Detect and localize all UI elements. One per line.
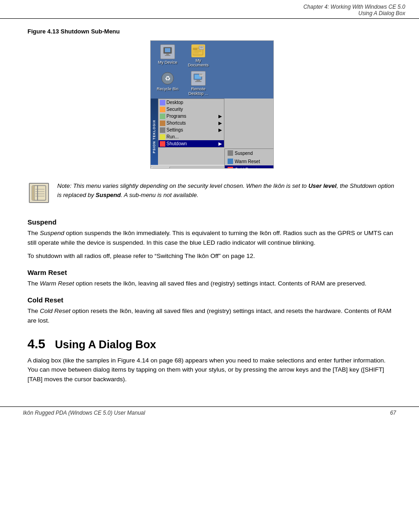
footer-right: 67: [390, 410, 396, 416]
warm-reset-heading: Warm Reset: [27, 269, 396, 276]
cold-reset-heading: Cold Reset: [27, 296, 396, 304]
svg-rect-16: [196, 80, 200, 81]
menu-item-desktop: Desktop: [158, 99, 224, 106]
submenu-warm-reset-label: Warm Reset: [235, 159, 260, 164]
note-box: Note: This menu varies slightly dependin…: [27, 177, 396, 209]
menu-item-shutdown: Shutdown ▶: [158, 140, 224, 147]
shortcuts-arrow: ▶: [218, 121, 222, 126]
my-documents-label: MyDocuments: [188, 58, 209, 67]
menu-item-settings: Settings ▶: [158, 126, 224, 133]
svg-rect-11: [200, 48, 203, 48]
menu-item-security: Security: [158, 106, 224, 113]
book-icon: [29, 183, 49, 203]
remote-svg: [193, 73, 203, 83]
submenu: Suspend Warm Reset Cold Reset: [224, 148, 274, 169]
submenu-item-suspend: Suspend: [225, 149, 274, 157]
note-part3: . A sub-menu is not available.: [121, 192, 199, 198]
svg-rect-8: [194, 53, 199, 53]
figure-caption: Figure 4.13 Shutdown Sub-Menu: [27, 28, 396, 35]
suspend-heading: Suspend: [27, 218, 396, 226]
submenu-item-warm-reset: Warm Reset: [225, 157, 274, 165]
major-section-45: 4.5 Using A Dialog Box: [27, 337, 396, 351]
menu-shutdown-label: Shutdown: [167, 141, 187, 146]
menu-shortcuts-label: Shortcuts: [167, 121, 186, 126]
submenu-item-cold-reset: Cold Reset: [225, 165, 274, 169]
note-part1: Note: This menu varies slightly dependin…: [57, 182, 308, 189]
settings-arrow: ▶: [218, 127, 222, 132]
remote-desktop-icon: RemoteDesktop ...: [186, 71, 211, 96]
screenshot-image: My Device: [150, 40, 274, 169]
svg-rect-6: [194, 50, 201, 50]
svg-rect-7: [194, 51, 201, 52]
menu-security-label: Security: [167, 107, 183, 112]
start-flag-icon: ⊞: [154, 168, 158, 169]
desktop-row2: ♻ Recycle Bin: [151, 69, 273, 98]
warm-reset-body: The Warm Reset option resets the Ikôn, l…: [27, 279, 396, 289]
svg-rect-2: [166, 54, 169, 55]
desktop-area: My Device: [151, 41, 273, 69]
menu-run-label: Run...: [167, 134, 179, 139]
shutdown-arrow: ▶: [218, 141, 222, 146]
svg-rect-22: [32, 186, 34, 200]
submenu-cold-reset-label: Cold Reset: [235, 167, 257, 169]
my-device-label: My Device: [158, 60, 177, 65]
major-section-number: 4.5: [27, 337, 46, 351]
psion-label: PSION TEKLOGIX: [152, 120, 156, 154]
start-label: Start: [158, 168, 168, 169]
screenshot-container: My Device: [27, 40, 396, 169]
svg-rect-10: [200, 47, 203, 47]
header-line2: Using A Dialog Box: [14, 10, 405, 16]
suspend-body1: The Suspend option suspends the Ikôn imm…: [27, 229, 396, 248]
page-header: Chapter 4: Working With Windows CE 5.0 U…: [0, 0, 419, 19]
my-device-icon: My Device: [155, 44, 180, 67]
note-icon-container: [27, 181, 50, 204]
suspend-body2: To shutdown with all radios off, please …: [27, 252, 396, 261]
menu-settings-label: Settings: [167, 127, 183, 132]
recycle-svg: ♻: [161, 72, 174, 85]
svg-rect-1: [165, 48, 170, 52]
submenu-suspend-label: Suspend: [235, 151, 253, 156]
menu-area: PSION TEKLOGIX Desktop Security Programs: [151, 99, 273, 169]
main-menu: Desktop Security Programs ▶ Shortcuts: [158, 99, 224, 148]
menu-item-run: Run...: [158, 133, 224, 140]
header-line1: Chapter 4: Working With Windows CE 5.0: [14, 4, 405, 10]
svg-rect-19: [200, 74, 202, 74]
svg-rect-5: [193, 48, 197, 50]
cold-reset-body: The Cold Reset option resets the Ikôn, l…: [27, 307, 396, 326]
book-svg: [31, 185, 47, 201]
menu-item-shortcuts: Shortcuts ▶: [158, 120, 224, 126]
menu-item-programs: Programs ▶: [158, 113, 224, 120]
device-svg: [163, 46, 173, 57]
major-section-title: Using A Dialog Box: [55, 338, 156, 351]
my-documents-icon: MyDocuments: [186, 44, 211, 67]
programs-arrow: ▶: [218, 114, 222, 119]
major-section-body: A dialog box (like the samples in Figure…: [27, 356, 396, 385]
footer-left: Ikôn Rugged PDA (Windows CE 5.0) User Ma…: [23, 410, 145, 416]
recycle-bin-label: Recycle Bin: [157, 87, 179, 91]
menu-desktop-label: Desktop: [167, 100, 184, 105]
svg-text:♻: ♻: [165, 75, 171, 82]
page-footer: Ikôn Rugged PDA (Windows CE 5.0) User Ma…: [0, 406, 419, 419]
svg-rect-20: [200, 75, 202, 75]
recycle-bin-icon: ♻ Recycle Bin: [155, 71, 180, 96]
note-text: Note: This menu varies slightly dependin…: [57, 181, 396, 204]
note-user-level: User level: [308, 182, 336, 189]
svg-rect-3: [165, 55, 170, 56]
main-content: Figure 4.13 Shutdown Sub-Menu My Devi: [0, 19, 419, 397]
svg-rect-17: [195, 81, 201, 82]
folder-svg: [193, 46, 204, 56]
remote-desktop-label: RemoteDesktop ...: [188, 87, 208, 96]
note-suspend: Suspend: [96, 192, 121, 198]
menu-programs-label: Programs: [167, 114, 186, 119]
start-button[interactable]: ⊞ Start: [152, 167, 170, 169]
psion-sidebar: PSION TEKLOGIX: [151, 99, 158, 169]
